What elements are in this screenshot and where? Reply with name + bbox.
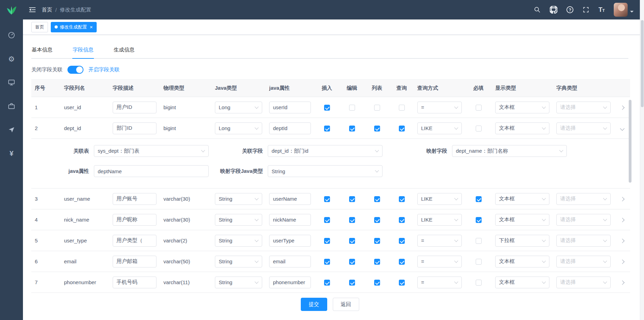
java-property-input[interactable] [269, 235, 311, 247]
dict-type-select[interactable]: 请选择 [556, 122, 611, 134]
tab-basic-info[interactable]: 基本信息 [31, 42, 53, 58]
java-property-input[interactable] [269, 256, 311, 267]
required-checkbox[interactable] [476, 259, 482, 265]
sidebar-item-pay[interactable]: ¥ [0, 147, 23, 160]
app-logo[interactable] [0, 0, 23, 20]
display-type-select[interactable]: 文本框 [495, 122, 549, 134]
relation-table-select[interactable]: sys_dept：部门表 [94, 145, 209, 157]
java-type-select[interactable]: String [215, 214, 262, 226]
edit-checkbox[interactable] [349, 217, 355, 223]
query-checkbox[interactable] [399, 280, 405, 286]
page-scrollbar-thumb[interactable] [641, 20, 644, 107]
required-checkbox[interactable] [476, 126, 482, 131]
field-description-input[interactable] [113, 214, 156, 226]
java-type-select[interactable]: Long [215, 122, 262, 134]
dict-type-select[interactable]: 请选择 [556, 256, 611, 267]
fullscreen-icon[interactable] [582, 6, 589, 13]
required-checkbox[interactable] [476, 217, 482, 223]
expand-row-icon[interactable] [620, 280, 625, 285]
query-checkbox[interactable] [399, 196, 405, 202]
user-menu[interactable] [614, 3, 634, 17]
display-type-select[interactable]: 文本框 [495, 256, 549, 267]
query-checkbox[interactable] [399, 238, 405, 244]
mapping-java-type-select[interactable]: String [268, 165, 383, 177]
dict-type-select[interactable]: 请选择 [556, 193, 611, 205]
close-tag-icon[interactable]: × [90, 24, 93, 30]
expand-java-property-input[interactable] [94, 165, 209, 177]
dict-type-select[interactable]: 请选择 [556, 235, 611, 247]
edit-checkbox[interactable] [349, 196, 355, 202]
tag-active-gen-config[interactable]: 修改生成配置 × [51, 22, 97, 32]
insert-checkbox[interactable] [324, 238, 330, 244]
list-checkbox[interactable] [374, 259, 380, 265]
field-description-input[interactable] [113, 193, 156, 205]
query-type-select[interactable]: LIKE [417, 214, 462, 226]
table-scrollbar-thumb[interactable] [629, 100, 631, 183]
expand-row-icon[interactable] [620, 197, 625, 201]
required-checkbox[interactable] [476, 105, 482, 111]
display-type-select[interactable]: 下拉框 [495, 235, 549, 247]
query-checkbox[interactable] [399, 259, 405, 265]
sidebar-collapse-button[interactable] [23, 0, 42, 19]
java-type-select[interactable]: String [215, 193, 262, 205]
query-type-select[interactable]: = [417, 277, 462, 288]
display-type-select[interactable]: 文本框 [495, 277, 549, 288]
sidebar-item-monitor[interactable] [0, 76, 23, 89]
search-icon[interactable] [534, 6, 541, 13]
insert-checkbox[interactable] [324, 280, 330, 286]
field-description-input[interactable] [113, 277, 156, 288]
java-property-input[interactable] [269, 122, 311, 134]
java-type-select[interactable]: String [215, 256, 262, 267]
list-checkbox[interactable] [374, 280, 380, 286]
query-type-select[interactable]: = [417, 256, 462, 267]
collapse-row-icon[interactable] [620, 126, 625, 131]
query-checkbox[interactable] [399, 126, 405, 131]
java-property-input[interactable] [269, 193, 311, 205]
dict-type-select[interactable]: 请选择 [556, 102, 611, 113]
required-checkbox[interactable] [476, 280, 482, 286]
sidebar-item-tool[interactable] [0, 99, 23, 113]
back-button[interactable]: 返回 [333, 298, 359, 311]
expand-row-icon[interactable] [620, 105, 625, 110]
sidebar-item-dashboard[interactable] [0, 29, 23, 42]
tab-field-info[interactable]: 字段信息 [72, 42, 94, 58]
edit-checkbox[interactable] [349, 238, 355, 244]
page-scrollbar[interactable] [640, 0, 644, 320]
required-checkbox[interactable] [476, 196, 482, 202]
help-icon[interactable]: ? [566, 6, 573, 13]
dict-type-select[interactable]: 请选择 [556, 214, 611, 226]
java-type-select[interactable]: Long [215, 102, 262, 113]
tab-generate-info[interactable]: 生成信息 [113, 42, 135, 58]
field-description-input[interactable] [113, 102, 156, 113]
java-property-input[interactable] [269, 277, 311, 288]
expand-row-icon[interactable] [620, 218, 625, 222]
tag-home[interactable]: 首页 [31, 22, 48, 32]
insert-checkbox[interactable] [324, 217, 330, 223]
insert-checkbox[interactable] [324, 126, 330, 131]
list-checkbox[interactable] [374, 105, 380, 111]
java-type-select[interactable]: String [215, 235, 262, 247]
submit-button[interactable]: 提交 [301, 298, 327, 311]
edit-checkbox[interactable] [349, 105, 355, 111]
display-type-select[interactable]: 文本框 [495, 193, 549, 205]
field-description-input[interactable] [113, 235, 156, 247]
dict-type-select[interactable]: 请选择 [556, 277, 611, 288]
edit-checkbox[interactable] [349, 126, 355, 131]
list-checkbox[interactable] [374, 126, 380, 131]
edit-checkbox[interactable] [349, 280, 355, 286]
required-checkbox[interactable] [476, 238, 482, 244]
java-property-input[interactable] [269, 214, 311, 226]
edit-checkbox[interactable] [349, 259, 355, 265]
display-type-select[interactable]: 文本框 [495, 214, 549, 226]
query-checkbox[interactable] [399, 105, 405, 111]
sidebar-item-guide[interactable] [0, 123, 23, 136]
font-size-icon[interactable]: TT [598, 6, 605, 14]
sidebar-item-system[interactable]: ⚙ [0, 52, 23, 65]
expand-row-icon[interactable] [620, 239, 625, 243]
list-checkbox[interactable] [374, 217, 380, 223]
query-type-select[interactable]: LIKE [417, 122, 462, 134]
relation-field-select[interactable]: dept_id：部门id [268, 145, 383, 157]
query-checkbox[interactable] [399, 217, 405, 223]
java-property-input[interactable] [269, 102, 311, 113]
list-checkbox[interactable] [374, 238, 380, 244]
